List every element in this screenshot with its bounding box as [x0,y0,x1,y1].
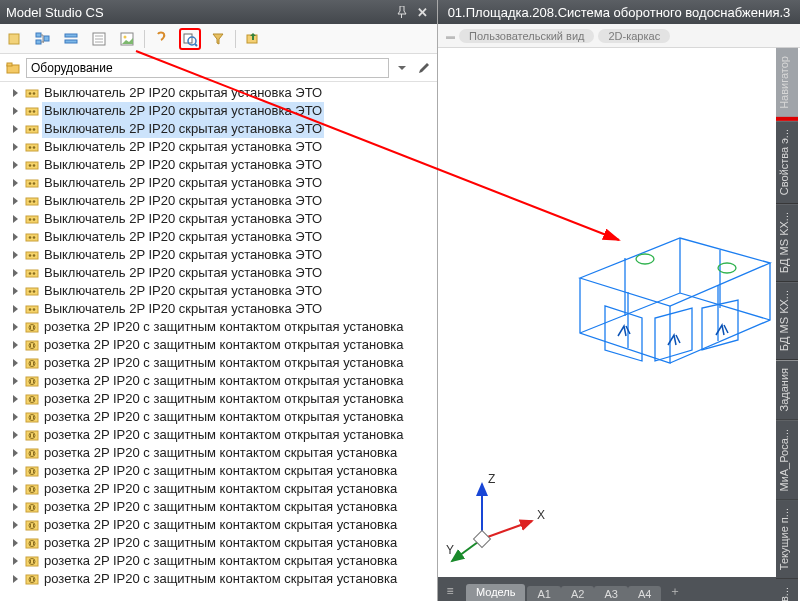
expand-icon[interactable] [12,448,22,458]
tree-item[interactable]: Выключатель 2P IP20 скрытая установка ЭТ… [0,120,437,138]
show-in-view-button[interactable] [179,28,201,50]
tree-item[interactable]: Выключатель 2P IP20 скрытая установка ЭТ… [0,246,437,264]
tree-item[interactable]: Выключатель 2P IP20 скрытая установка ЭТ… [0,264,437,282]
tree-item[interactable]: Выключатель 2P IP20 скрытая установка ЭТ… [0,210,437,228]
tree-item[interactable]: розетка 2P IP20 с защитным контактом скр… [0,462,437,480]
tree-item[interactable]: Выключатель 2P IP20 скрытая установка ЭТ… [0,300,437,318]
expand-icon[interactable] [12,466,22,476]
tree-item[interactable]: розетка 2P IP20 с защитным контактом отк… [0,426,437,444]
side-tab[interactable]: Свойства э... [776,121,798,204]
tree-item[interactable]: розетка 2P IP20 с защитным контактом отк… [0,372,437,390]
side-tab[interactable]: Трассиров... [776,579,798,601]
viewport-canvas[interactable]: X Y Z НавигаторСвойства э...БД MS KX...Б… [438,48,800,577]
expand-icon[interactable] [12,502,22,512]
expand-icon[interactable] [12,574,22,584]
tab-layout[interactable]: A2 [561,586,594,601]
panel-header[interactable]: Model Studio CS ✕ [0,0,437,24]
expand-icon[interactable] [12,340,22,350]
expand-icon[interactable] [12,430,22,440]
expand-icon[interactable] [12,88,22,98]
edit-filter-icon[interactable] [415,59,433,77]
side-tab[interactable]: БД MS KX... [776,282,798,360]
expand-icon[interactable] [12,178,22,188]
expand-icon[interactable] [12,358,22,368]
find-button[interactable] [151,28,173,50]
side-tab[interactable]: Задания [776,360,798,420]
list-view-button[interactable] [60,28,82,50]
tree-item[interactable]: розетка 2P IP20 с защитным контактом отк… [0,408,437,426]
expand-icon[interactable] [12,556,22,566]
expand-icon[interactable] [12,268,22,278]
expand-icon[interactable] [12,160,22,170]
tree-item[interactable]: розетка 2P IP20 с защитным контактом скр… [0,516,437,534]
minus-icon[interactable]: ▬ [446,31,455,41]
layouts-menu-icon[interactable]: ≡ [442,583,458,599]
expand-icon[interactable] [12,376,22,386]
tree-item[interactable]: розетка 2P IP20 с защитным контактом скр… [0,498,437,516]
expand-icon[interactable] [12,142,22,152]
tree-item-label: Выключатель 2P IP20 скрытая установка ЭТ… [42,246,324,264]
tab-layout[interactable]: A1 [527,586,560,601]
expand-icon[interactable] [12,124,22,134]
tab-layout[interactable]: A3 [594,586,627,601]
svg-rect-43 [26,234,38,241]
tree-item[interactable]: Выключатель 2P IP20 скрытая установка ЭТ… [0,138,437,156]
side-tab[interactable]: Навигатор [776,48,798,121]
dropdown-icon[interactable] [393,59,411,77]
expand-icon[interactable] [12,196,22,206]
add-layout-button[interactable]: ＋ [667,583,683,599]
tree-item[interactable]: Выключатель 2P IP20 скрытая установка ЭТ… [0,228,437,246]
expand-icon[interactable] [12,394,22,404]
tree-item[interactable]: Выключатель 2P IP20 скрытая установка ЭТ… [0,102,437,120]
expand-icon[interactable] [12,214,22,224]
form-view-button[interactable] [88,28,110,50]
tab-model[interactable]: Модель [466,584,525,601]
side-tab[interactable]: Текущие п... [776,500,798,579]
tree-item[interactable]: розетка 2P IP20 с защитным контактом отк… [0,354,437,372]
tree-item-label: Выключатель 2P IP20 скрытая установка ЭТ… [42,210,324,228]
tree-item[interactable]: Выключатель 2P IP20 скрытая установка ЭТ… [0,192,437,210]
expand-icon[interactable] [12,304,22,314]
side-tab[interactable]: БД MS KX... [776,204,798,282]
filter-input[interactable] [26,58,389,78]
side-tab[interactable]: МиА_Роса... [776,421,798,501]
picture-view-button[interactable] [116,28,138,50]
export-button[interactable] [242,28,264,50]
tree-item[interactable]: розетка 2P IP20 с защитным контактом скр… [0,570,437,588]
visual-style-pill[interactable]: 2D-каркас [598,29,670,43]
tab-layout[interactable]: A4 [628,586,661,601]
category-icon [4,59,22,77]
expand-icon[interactable] [12,232,22,242]
pin-icon[interactable] [393,4,411,20]
svg-point-35 [29,182,32,185]
expand-icon[interactable] [12,322,22,332]
tree-item[interactable]: Выключатель 2P IP20 скрытая установка ЭТ… [0,84,437,102]
tree-item[interactable]: розетка 2P IP20 с защитным контактом скр… [0,552,437,570]
expand-icon[interactable] [12,106,22,116]
tree-item[interactable]: Выключатель 2P IP20 скрытая установка ЭТ… [0,174,437,192]
tree-view-button[interactable] [32,28,54,50]
expand-icon[interactable] [12,286,22,296]
svg-rect-55 [26,306,38,313]
expand-icon[interactable] [12,250,22,260]
close-icon[interactable]: ✕ [413,4,431,20]
expand-icon[interactable] [12,538,22,548]
tree-item[interactable]: розетка 2P IP20 с защитным контактом скр… [0,444,437,462]
expand-icon[interactable] [12,484,22,494]
tree-item[interactable]: Выключатель 2P IP20 скрытая установка ЭТ… [0,282,437,300]
tree-item-label: розетка 2P IP20 с защитным контактом скр… [42,444,399,462]
tree-item[interactable]: розетка 2P IP20 с защитным контактом отк… [0,390,437,408]
view-style-pill[interactable]: Пользовательский вид [459,29,594,43]
refresh-button[interactable] [4,28,26,50]
filter-button[interactable] [207,28,229,50]
expand-icon[interactable] [12,412,22,422]
tree-item-label: розетка 2P IP20 с защитным контактом скр… [42,462,399,480]
tree-item[interactable]: Выключатель 2P IP20 скрытая установка ЭТ… [0,156,437,174]
expand-icon[interactable] [12,520,22,530]
tree-item[interactable]: розетка 2P IP20 с защитным контактом отк… [0,318,437,336]
tree-item[interactable]: розетка 2P IP20 с защитным контактом скр… [0,480,437,498]
equipment-tree[interactable]: Выключатель 2P IP20 скрытая установка ЭТ… [0,82,437,601]
tree-item[interactable]: розетка 2P IP20 с защитным контактом отк… [0,336,437,354]
panel-title: Model Studio CS [6,5,391,20]
tree-item[interactable]: розетка 2P IP20 с защитным контактом скр… [0,534,437,552]
